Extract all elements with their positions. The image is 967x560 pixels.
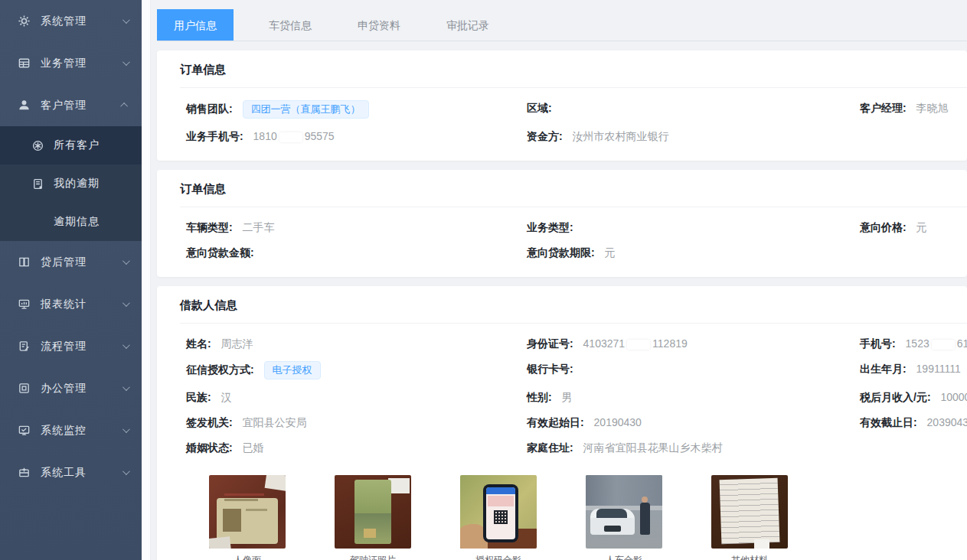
redaction-box [932,340,955,350]
toolbox-icon [17,466,31,480]
sidebar-item-label: 办公管理 [41,382,123,396]
chevron-down-icon [123,425,130,433]
photo-caption: 授权码合影 [460,554,537,560]
sidebar-item-customer-mgmt[interactable]: 客户管理 [0,84,142,126]
sidebar-item-office-mgmt[interactable]: 办公管理 [0,367,142,409]
field-account-manager: 客户经理: 李晓旭 [860,100,967,119]
chevron-down-icon [123,467,130,475]
sidebar-item-process-mgmt[interactable]: 流程管理 [0,325,142,367]
main-content: 用户信息 车贷信息 申贷资料 审批记录 订单信息 销售团队: 四团一营（直属王鹏… [151,0,967,560]
field-intent-loan-term: 意向贷款期限: 元 [527,245,860,260]
field-ethnicity: 民族: 汉 [186,389,527,405]
clipboard-icon [17,340,31,353]
document-photo[interactable]: 其他材料 [711,475,788,560]
customer-mgmt-submenu: 所有客户 我的逾期 逾期信息 [0,126,142,241]
sidebar-item-label: 贷后管理 [41,256,123,269]
field-mobile: 手机号: 15236137 [860,336,967,351]
sidebar-item-label: 我的逾期 [54,177,128,190]
e-auth-tag: 电子授权 [264,361,321,379]
book-icon [17,256,31,269]
sidebar-item-system-tools[interactable]: 系统工具 [0,451,142,493]
photo-caption: 驾驶证照片 [335,554,411,560]
tab-car-loan-info[interactable]: 车贷信息 [252,9,328,41]
green-booklet-photo[interactable]: 驾驶证照片 [335,475,411,560]
document-photos: 人像面 驾驶证照片 授权码合影 人车合影 [180,455,967,560]
field-intent-price: 意向价格: 元 [860,220,967,235]
sidebar-item-label: 系统监控 [41,424,123,438]
sidebar-item-overdue-info[interactable]: 逾期信息 [0,203,142,241]
tab-approval-records[interactable]: 审批记录 [430,9,506,41]
tab-loan-application-docs[interactable]: 申贷资料 [341,9,417,41]
field-bank-card: 银行卡号: [527,361,860,379]
chevron-down-icon [123,257,130,265]
monitor-check-icon [17,424,31,438]
sidebar-item-system-mgmt[interactable]: 系统管理 [0,0,142,42]
chevron-down-icon [123,58,130,66]
sidebar-item-label: 系统工具 [41,466,123,480]
phone-qr-photo[interactable]: 授权码合影 [460,475,537,560]
content-scrollbar-track[interactable] [142,0,151,560]
redaction-box [279,132,302,142]
id-card-photo-thumb[interactable] [209,475,286,549]
card-title: 借款人信息 [180,286,967,313]
card-title: 订单信息 [180,50,967,77]
field-issuing-authority: 签发机关: 宜阳县公安局 [186,415,527,430]
sidebar-item-business-mgmt[interactable]: 业务管理 [0,42,142,84]
car-person-photo-thumb[interactable] [586,475,662,549]
field-gender: 性别: 男 [527,389,860,405]
photo-caption: 人像面 [209,554,286,560]
sidebar: 系统管理 业务管理 客户管理 [0,0,142,560]
user-icon [17,99,31,112]
sidebar-item-my-overdue[interactable]: 我的逾期 [0,164,142,203]
sidebar-item-label: 系统管理 [41,15,123,28]
green-booklet-photo-thumb[interactable] [335,475,411,549]
borrower-info-card: 借款人信息 姓名: 周志洋 身份证号: 4103271112819 手机号: 1… [157,286,967,560]
grid-icon [17,57,31,70]
field-funder: 资金方: 汝州市农村商业银行 [527,129,860,144]
order-info-card: 订单信息 销售团队: 四团一营（直属王鹏飞） 区域: 客户经理: 李晓旭 业务手… [157,50,967,161]
sidebar-item-label: 逾期信息 [54,215,128,229]
field-sales-team: 销售团队: 四团一营（直属王鹏飞） [186,100,527,119]
photo-caption: 其他材料 [711,554,788,560]
customers-icon [31,138,44,152]
sidebar-item-all-customers[interactable]: 所有客户 [0,126,142,164]
photo-caption: 人车合影 [586,554,662,560]
chevron-down-icon [123,16,130,24]
field-business-phone: 业务手机号: 181095575 [186,129,527,144]
redaction-box [627,340,650,350]
document-photo-thumb[interactable] [711,475,788,549]
gear-icon [17,15,31,28]
field-marital-status: 婚姻状态: 已婚 [186,440,527,455]
field-region: 区域: [527,100,860,119]
sidebar-item-system-monitor[interactable]: 系统监控 [0,409,142,451]
id-card-photo[interactable]: 人像面 [209,475,286,560]
field-birth-date: 出生年月: 19911111 [860,361,967,379]
notebook-icon [31,177,44,190]
phone-qr-photo-thumb[interactable] [460,475,537,549]
card-title: 订单信息 [180,170,967,197]
tab-user-info[interactable]: 用户信息 [157,9,234,41]
sidebar-item-label: 客户管理 [41,99,123,112]
sidebar-item-report-stats[interactable]: 报表统计 [0,283,142,325]
sales-team-tag[interactable]: 四团一营（直属王鹏飞） [243,100,369,119]
loan-intent-card: 订单信息 车辆类型: 二手车 业务类型: 意向价格: 元 意向贷款金额: 意向贷… [157,170,967,277]
field-business-type: 业务类型: [527,220,860,235]
detail-tabs: 用户信息 车贷信息 申贷资料 审批记录 [157,9,967,41]
sidebar-item-postloan-mgmt[interactable]: 贷后管理 [0,241,142,283]
field-id-number: 身份证号: 4103271112819 [527,336,860,351]
field-home-address: 家庭住址: 河南省宜阳县花果山乡木柴村 [527,440,860,455]
field-name: 姓名: 周志洋 [186,336,527,351]
chevron-down-icon [123,383,130,391]
field-valid-until: 有效截止日: 20390430 [860,415,967,430]
monitor-icon [17,298,31,311]
sidebar-item-label: 流程管理 [41,340,123,353]
field-credit-auth-method: 征信授权方式: 电子授权 [186,361,527,379]
field-intent-loan-amount: 意向贷款金额: [186,245,527,260]
field-monthly-income: 税后月收入/元: 10000 [860,389,967,405]
chevron-down-icon [123,341,130,349]
car-person-photo[interactable]: 人车合影 [586,475,662,560]
chevron-down-icon [123,299,130,307]
sidebar-item-label: 业务管理 [41,57,123,70]
field-vehicle-type: 车辆类型: 二手车 [186,220,527,235]
office-icon [17,382,31,396]
